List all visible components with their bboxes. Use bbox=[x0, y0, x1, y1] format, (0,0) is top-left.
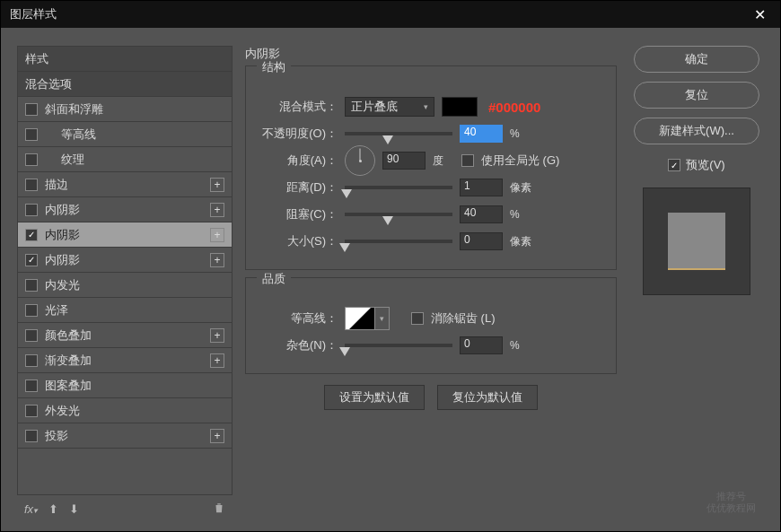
opacity-label: 不透明度(O)： bbox=[260, 126, 338, 142]
size-input[interactable]: 0 bbox=[460, 232, 503, 250]
chevron-down-icon: ▾ bbox=[424, 102, 428, 111]
preview-checkbox[interactable] bbox=[668, 159, 680, 171]
sidebar-item-inner-shadow-3[interactable]: 内阴影+ bbox=[18, 248, 232, 273]
checkbox[interactable] bbox=[25, 430, 38, 442]
antialias-label: 消除锯齿 (L) bbox=[431, 310, 496, 327]
preview-swatch bbox=[668, 213, 725, 270]
contour-label: 等高线： bbox=[260, 310, 338, 327]
sidebar-item-contour[interactable]: 等高线 bbox=[18, 122, 232, 147]
choke-slider[interactable] bbox=[345, 213, 452, 216]
fx-icon[interactable]: fx▾ bbox=[24, 502, 38, 516]
preview-box bbox=[643, 188, 750, 295]
distance-slider[interactable] bbox=[345, 186, 452, 189]
size-label: 大小(S)： bbox=[260, 233, 338, 249]
sidebar-item-outer-glow[interactable]: 外发光 bbox=[18, 398, 232, 423]
group-title: 品质 bbox=[257, 271, 291, 287]
structure-group: 结构 混合模式： 正片叠底▾ #000000 不透明度(O)： 40 % 角度(… bbox=[245, 65, 617, 270]
distance-input[interactable]: 1 bbox=[460, 179, 503, 196]
sidebar-item-color-overlay[interactable]: 颜色叠加+ bbox=[18, 323, 232, 348]
checkbox[interactable] bbox=[25, 329, 38, 342]
plus-icon[interactable]: + bbox=[210, 203, 224, 217]
plus-icon[interactable]: + bbox=[210, 228, 224, 242]
checkbox[interactable] bbox=[25, 405, 38, 417]
action-column: 确定 复位 新建样式(W)... 预览(V) bbox=[629, 46, 764, 522]
sidebar-item-inner-glow[interactable]: 内发光 bbox=[18, 273, 232, 298]
checkbox[interactable] bbox=[25, 179, 38, 191]
plus-icon[interactable]: + bbox=[210, 328, 224, 343]
sidebar-item-drop-shadow[interactable]: 投影+ bbox=[18, 423, 232, 449]
global-light-label: 使用全局光 (G) bbox=[481, 153, 559, 169]
sidebar-item-satin[interactable]: 光泽 bbox=[18, 298, 232, 323]
sidebar-header-blend[interactable]: 混合选项 bbox=[18, 72, 232, 97]
checkbox[interactable] bbox=[25, 153, 38, 166]
global-light-checkbox[interactable] bbox=[461, 154, 474, 167]
checkbox[interactable] bbox=[25, 128, 38, 141]
color-annotation: #000000 bbox=[488, 100, 540, 115]
checkbox[interactable] bbox=[25, 254, 38, 266]
angle-label: 角度(A)： bbox=[260, 153, 338, 169]
titlebar: 图层样式 ✕ bbox=[1, 1, 780, 28]
choke-input[interactable]: 40 bbox=[460, 205, 503, 223]
sidebar-item-bevel[interactable]: 斜面和浮雕 bbox=[18, 97, 232, 122]
preview-label: 预览(V) bbox=[686, 157, 724, 173]
angle-input[interactable]: 90 bbox=[382, 152, 426, 170]
plus-icon[interactable]: + bbox=[210, 178, 224, 192]
distance-label: 距离(D)： bbox=[260, 179, 338, 196]
sidebar-header-styles[interactable]: 样式 bbox=[18, 47, 232, 72]
checkbox[interactable] bbox=[25, 379, 38, 392]
plus-icon[interactable]: + bbox=[210, 253, 224, 267]
reset-default-button[interactable]: 复位为默认值 bbox=[437, 385, 538, 410]
noise-slider[interactable] bbox=[345, 344, 452, 347]
sidebar-item-texture[interactable]: 纹理 bbox=[18, 147, 232, 172]
angle-dial[interactable] bbox=[345, 145, 375, 176]
settings-panel: 内阴影 结构 混合模式： 正片叠底▾ #000000 不透明度(O)： 40 %… bbox=[245, 46, 617, 522]
contour-dropdown[interactable]: ▾ bbox=[375, 307, 390, 330]
make-default-button[interactable]: 设置为默认值 bbox=[324, 385, 425, 410]
choke-label: 阻塞(C)： bbox=[260, 206, 338, 222]
sidebar-item-inner-shadow-1[interactable]: 内阴影+ bbox=[18, 197, 232, 222]
blend-mode-select[interactable]: 正片叠底▾ bbox=[345, 97, 434, 117]
group-title: 结构 bbox=[257, 59, 291, 75]
checkbox[interactable] bbox=[25, 204, 38, 216]
noise-input[interactable]: 0 bbox=[460, 336, 503, 354]
watermark: 推荐号 优优教程网 bbox=[706, 491, 756, 514]
checkbox[interactable] bbox=[25, 279, 38, 292]
styles-sidebar: 样式 混合选项 斜面和浮雕 等高线 纹理 描边+ 内阴影+ 内阴影+ 内阴影+ … bbox=[17, 46, 233, 522]
panel-heading: 内阴影 bbox=[245, 46, 617, 62]
new-style-button[interactable]: 新建样式(W)... bbox=[634, 118, 759, 144]
opacity-slider[interactable] bbox=[345, 132, 452, 135]
dialog-title: 图层样式 bbox=[10, 6, 57, 22]
cancel-button[interactable]: 复位 bbox=[634, 82, 759, 109]
sidebar-item-gradient-overlay[interactable]: 渐变叠加+ bbox=[18, 348, 232, 373]
sidebar-item-inner-shadow-2[interactable]: 内阴影+ bbox=[18, 222, 232, 248]
contour-picker[interactable] bbox=[345, 307, 375, 330]
quality-group: 品质 等高线： ▾ 消除锯齿 (L) 杂色(N)： 0 % bbox=[245, 277, 617, 374]
close-icon[interactable]: ✕ bbox=[749, 6, 771, 23]
sidebar-footer: fx▾ ⬆ ⬇ bbox=[17, 495, 233, 522]
checkbox[interactable] bbox=[25, 103, 38, 116]
opacity-input[interactable]: 40 bbox=[460, 125, 503, 143]
layer-style-dialog: 图层样式 ✕ 样式 混合选项 斜面和浮雕 等高线 纹理 描边+ 内阴影+ 内阴影… bbox=[0, 0, 781, 532]
checkbox[interactable] bbox=[25, 354, 38, 367]
color-swatch[interactable] bbox=[442, 97, 478, 117]
ok-button[interactable]: 确定 bbox=[634, 46, 759, 73]
arrow-up-icon[interactable]: ⬆ bbox=[48, 502, 58, 516]
trash-icon[interactable] bbox=[213, 501, 225, 517]
noise-label: 杂色(N)： bbox=[260, 337, 338, 353]
checkbox[interactable] bbox=[25, 304, 38, 317]
size-slider[interactable] bbox=[345, 240, 452, 243]
antialias-checkbox[interactable] bbox=[411, 312, 424, 325]
blend-mode-label: 混合模式： bbox=[260, 99, 338, 115]
arrow-down-icon[interactable]: ⬇ bbox=[69, 502, 79, 516]
plus-icon[interactable]: + bbox=[210, 429, 224, 443]
sidebar-item-stroke[interactable]: 描边+ bbox=[18, 172, 232, 197]
checkbox[interactable] bbox=[25, 229, 38, 241]
sidebar-item-pattern-overlay[interactable]: 图案叠加 bbox=[18, 373, 232, 398]
plus-icon[interactable]: + bbox=[210, 353, 224, 368]
